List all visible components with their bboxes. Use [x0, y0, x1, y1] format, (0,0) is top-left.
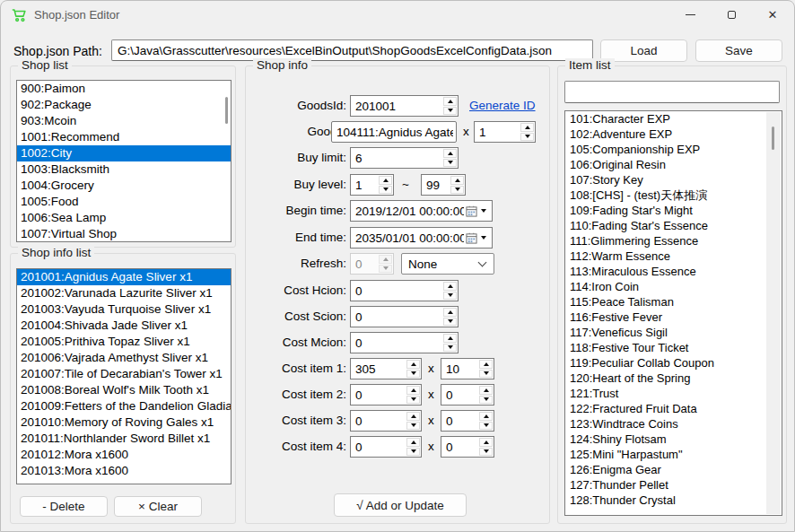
item-list-item[interactable]: 114:Iron Coin: [565, 279, 782, 294]
item-list-item[interactable]: 124:Shiny Flotsam: [565, 432, 782, 447]
item-list-item[interactable]: 111:Glimmering Essence: [565, 233, 782, 249]
shop-info-list-item[interactable]: 201003:Vayuda Turquoise Sliver x1: [17, 301, 231, 318]
item-list-item[interactable]: 118:Festive Tour Ticket: [565, 340, 782, 355]
spin-up-button[interactable]: [479, 386, 493, 395]
cost-item-3-count-input[interactable]: [441, 411, 478, 431]
spin-up-button[interactable]: [443, 334, 457, 343]
spin-up-button[interactable]: [443, 97, 457, 106]
path-input[interactable]: [111, 39, 593, 61]
save-button[interactable]: Save: [695, 39, 782, 62]
goods-id-input[interactable]: [351, 96, 442, 116]
spin-down-button[interactable]: [406, 370, 420, 379]
spin-down-button[interactable]: [443, 107, 457, 116]
shop-list-item[interactable]: 900:Paimon: [17, 81, 231, 97]
item-list-item[interactable]: 109:Fading Star's Might: [565, 203, 782, 218]
shop-info-list-item[interactable]: 201007:Tile of Decarabian's Tower x1: [17, 366, 231, 382]
spin-up-button[interactable]: [520, 123, 534, 132]
generate-id-link[interactable]: Generate ID: [469, 99, 536, 112]
shop-info-list-item[interactable]: 201008:Boreal Wolf's Milk Tooth x1: [17, 382, 231, 398]
item-search-input[interactable]: [564, 81, 780, 103]
item-list[interactable]: 101:Character EXP 102:Adventure EXP 105:…: [564, 110, 782, 516]
spin-up-button[interactable]: [450, 176, 464, 185]
item-list-item[interactable]: 102:Adventure EXP: [565, 126, 782, 142]
shop-info-list-item[interactable]: 201006:Vajrada Amethyst Sliver x1: [17, 350, 231, 366]
spin-up-button[interactable]: [479, 360, 493, 369]
shop-info-list-item[interactable]: 201009:Fetters of the Dandelion Gladiato: [17, 398, 231, 414]
spin-up-button[interactable]: [479, 412, 493, 421]
spin-up-button[interactable]: [479, 438, 493, 447]
spin-up-button[interactable]: [379, 176, 392, 185]
cost-item-2-count-input[interactable]: [441, 385, 478, 405]
shop-info-list[interactable]: 201001:Agnidus Agate Sliver x1 201002:Va…: [16, 268, 232, 484]
begin-time-picker[interactable]: [350, 200, 493, 222]
shop-list-item[interactable]: 1003:Blacksmith: [17, 161, 231, 178]
spin-up-button[interactable]: [443, 282, 457, 291]
shop-list[interactable]: 900:Paimon 902:Package 903:Mcoin 1001:Re…: [16, 80, 232, 242]
shop-list-item[interactable]: 1004:Grocery: [17, 178, 231, 194]
item-list-item[interactable]: 125:Mini "Harpastum": [565, 447, 782, 462]
spin-down-button[interactable]: [443, 344, 457, 353]
buy-level-max-input[interactable]: [422, 175, 450, 195]
dropdown-arrow-icon[interactable]: [481, 236, 486, 240]
spin-down-button[interactable]: [479, 422, 493, 431]
dropdown-arrow-icon[interactable]: [481, 209, 486, 213]
shop-list-item[interactable]: 903:Mcoin: [17, 113, 231, 129]
shop-info-list-item[interactable]: 201010:Memory of Roving Gales x1: [17, 414, 231, 431]
shop-list-item[interactable]: 902:Package: [17, 97, 231, 113]
item-list-item[interactable]: 112:Warm Essence: [565, 249, 782, 264]
maximize-button[interactable]: [711, 1, 752, 28]
shop-info-list-item[interactable]: 201004:Shivada Jade Sliver x1: [17, 318, 231, 334]
item-list-item[interactable]: 107:Story Key: [565, 172, 782, 188]
cost-item-2-id-input[interactable]: [351, 385, 406, 405]
shop-list-scrollbar-thumb[interactable]: [225, 97, 228, 124]
shop-list-item[interactable]: 1002:City: [17, 145, 231, 161]
cost-scion-input[interactable]: [351, 307, 442, 327]
item-list-item[interactable]: 106:Original Resin: [565, 157, 782, 172]
spin-up-button[interactable]: [406, 386, 420, 395]
item-list-item[interactable]: 120:Heart of the Spring: [565, 371, 782, 386]
spin-down-button[interactable]: [520, 133, 534, 142]
minimize-button[interactable]: [669, 1, 711, 28]
spin-down-button[interactable]: [479, 448, 493, 457]
item-list-item[interactable]: 119:Peculiar Collab Coupon: [565, 355, 782, 371]
shop-info-list-item[interactable]: 201012:Mora x1600: [17, 447, 231, 463]
refresh-type-dropdown[interactable]: None: [401, 253, 494, 275]
spin-down-button[interactable]: [443, 318, 457, 327]
shop-info-list-item[interactable]: 201001:Agnidus Agate Sliver x1: [17, 269, 231, 285]
item-list-item[interactable]: 127:Thunder Pellet: [565, 477, 782, 493]
spin-down-button[interactable]: [406, 396, 420, 405]
shop-info-list-item[interactable]: 201005:Prithiva Topaz Sliver x1: [17, 334, 231, 350]
spin-down-button[interactable]: [443, 292, 457, 301]
buy-limit-input[interactable]: [351, 148, 442, 168]
spin-up-button[interactable]: [406, 438, 420, 447]
spin-down-button[interactable]: [379, 186, 392, 195]
cost-item-3-id-input[interactable]: [351, 411, 406, 431]
add-or-update-button[interactable]: √ Add or Update: [334, 493, 467, 517]
spin-down-button[interactable]: [406, 422, 420, 431]
item-list-item[interactable]: 115:Peace Talisman: [565, 294, 782, 310]
item-list-item[interactable]: 126:Enigma Gear: [565, 462, 782, 477]
end-time-input[interactable]: [351, 228, 466, 248]
shop-info-list-item[interactable]: 201013:Mora x1600: [17, 463, 231, 479]
item-list-scrollbar-thumb[interactable]: [772, 126, 774, 150]
item-list-item[interactable]: 110:Fading Star's Essence: [565, 218, 782, 233]
item-list-item[interactable]: 122:Fractured Fruit Data: [565, 401, 782, 416]
item-list-item[interactable]: 116:Festive Fever: [565, 310, 782, 325]
shop-info-list-item[interactable]: 201011:Northlander Sword Billet x1: [17, 431, 231, 447]
cost-item-1-count-input[interactable]: [441, 359, 478, 379]
goods-input[interactable]: [331, 121, 457, 143]
close-button[interactable]: ✕: [752, 1, 793, 28]
delete-button[interactable]: - Delete: [20, 496, 108, 517]
cost-item-4-id-input[interactable]: [351, 437, 406, 457]
cost-hcion-input[interactable]: [351, 281, 442, 301]
item-list-scrollbar-track[interactable]: [766, 112, 781, 514]
item-list-item[interactable]: 121:Trust: [565, 386, 782, 401]
buy-level-min-input[interactable]: [351, 175, 378, 195]
spin-down-button[interactable]: [450, 186, 464, 195]
item-list-item[interactable]: 108:[CHS] - (test)天体推演: [565, 188, 782, 203]
cost-item-4-count-input[interactable]: [441, 437, 478, 457]
item-list-item[interactable]: 123:Windtrace Coins: [565, 416, 782, 432]
spin-down-button[interactable]: [443, 159, 457, 168]
item-list-item[interactable]: 128:Thunder Crystal: [565, 493, 782, 508]
spin-down-button[interactable]: [479, 396, 493, 405]
